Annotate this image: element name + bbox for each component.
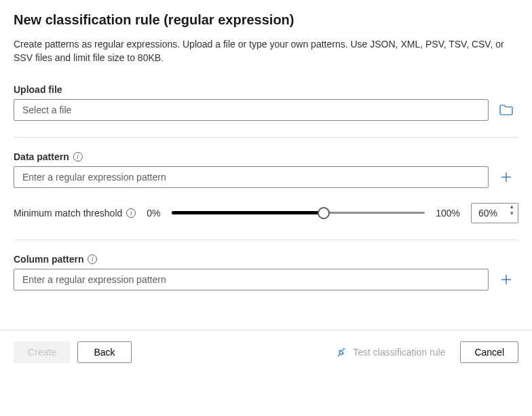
svg-line-5 (343, 348, 345, 349)
threshold-min: 0% (147, 208, 160, 219)
info-icon[interactable]: i (126, 208, 136, 218)
page-description: Create patterns as regular expressions. … (14, 37, 518, 65)
stepper-arrows[interactable]: ▴ ▾ (510, 206, 514, 220)
upload-file-text[interactable] (21, 104, 481, 116)
slider-thumb[interactable] (318, 207, 330, 219)
threshold-label: Minimum match threshold i (14, 208, 136, 219)
column-pattern-input[interactable] (14, 269, 489, 290)
column-pattern-text[interactable] (21, 273, 481, 286)
threshold-slider[interactable] (172, 212, 425, 214)
threshold-value: 60% (478, 208, 497, 219)
data-pattern-label: Data pattern i (14, 151, 518, 162)
footer-bar: Create Back Test classification rule Can… (0, 330, 532, 363)
slider-fill (172, 211, 324, 214)
column-pattern-label: Column pattern i (14, 254, 518, 265)
test-classification-link: Test classification rule (337, 347, 445, 358)
folder-icon[interactable] (498, 102, 514, 118)
divider (14, 240, 518, 240)
page-title: New classification rule (regular express… (14, 12, 518, 28)
divider (14, 137, 518, 138)
plug-icon (337, 347, 347, 358)
data-pattern-input[interactable] (14, 166, 489, 188)
plus-icon[interactable] (498, 271, 514, 288)
plus-icon[interactable] (498, 169, 514, 185)
threshold-spinner[interactable]: 60% ▴ ▾ (471, 203, 518, 223)
test-classification-label: Test classification rule (353, 347, 445, 358)
threshold-max: 100% (436, 208, 460, 219)
info-icon[interactable]: i (73, 152, 83, 162)
info-icon[interactable]: i (88, 254, 97, 264)
upload-file-label: Upload file (14, 84, 518, 95)
create-button: Create (14, 341, 71, 363)
upload-file-input[interactable] (14, 99, 489, 121)
data-pattern-text[interactable] (21, 171, 481, 183)
back-button[interactable]: Back (77, 341, 132, 363)
chevron-down-icon[interactable]: ▾ (510, 213, 514, 220)
svg-line-4 (342, 349, 343, 351)
cancel-button[interactable]: Cancel (460, 341, 518, 363)
